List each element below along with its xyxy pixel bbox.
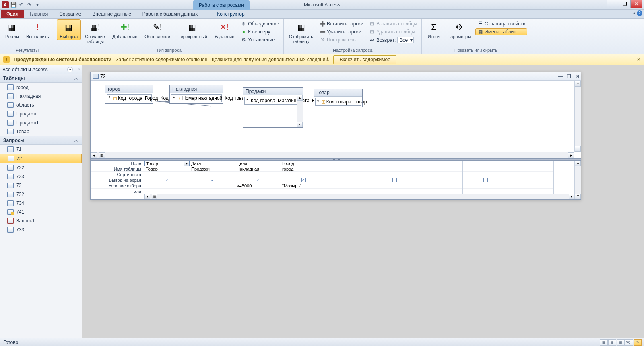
checkbox[interactable]: ✓ xyxy=(211,178,215,182)
tab-home[interactable]: Главная xyxy=(24,10,54,18)
table-box-invoice[interactable]: Накладная *Номер накладнойКод товараЦена xyxy=(169,85,223,104)
redo-icon[interactable]: ↷ xyxy=(26,1,33,8)
checkbox[interactable] xyxy=(483,178,488,182)
run-button[interactable]: !Выполнить xyxy=(23,19,52,40)
delete-rows-button[interactable]: ➖Удалить строки xyxy=(318,28,365,35)
checkbox[interactable] xyxy=(347,178,351,182)
enable-content-button[interactable]: Включить содержимое xyxy=(333,55,396,64)
field-item[interactable]: Код товара xyxy=(321,99,352,105)
nav-item-table[interactable]: Товар xyxy=(0,127,82,136)
view-datasheet-icon[interactable]: ▦ xyxy=(600,339,608,346)
table-box-sales[interactable]: Продажи *Код городаМагазинДатаНомер накл… xyxy=(243,87,303,128)
checkbox[interactable]: ✓ xyxy=(165,178,169,182)
ribbon-collapse-icon[interactable]: ▴ xyxy=(633,10,635,15)
nav-item-query[interactable]: 72 xyxy=(0,154,82,163)
nav-filter-dropdown-icon[interactable]: ▾ xyxy=(67,67,73,72)
nav-category-tables[interactable]: Таблицы︿ xyxy=(0,74,82,83)
nav-item-query[interactable]: 734 xyxy=(0,199,82,208)
table-header[interactable]: Товар xyxy=(314,89,362,97)
field-item[interactable]: Город xyxy=(144,95,159,101)
field-item[interactable]: * xyxy=(172,95,176,101)
tab-file[interactable]: Файл xyxy=(1,10,24,18)
table-scrollbar[interactable]: ▴▾ xyxy=(297,95,303,127)
checkbox[interactable] xyxy=(438,178,442,182)
nav-category-queries[interactable]: Запросы︿ xyxy=(0,136,82,145)
field-item[interactable]: * xyxy=(316,99,320,105)
win-restore-icon[interactable]: ❐ xyxy=(567,74,571,79)
nav-item-query[interactable]: 741 xyxy=(0,208,82,216)
make-table-button[interactable]: ▦!Создание таблицы xyxy=(82,19,108,45)
checkbox[interactable] xyxy=(529,178,533,182)
diagram-hscrollbar[interactable]: ◂▦▸ xyxy=(91,152,574,158)
field-item[interactable]: * xyxy=(246,97,249,104)
table-box-product[interactable]: Товар *Код товараТовар xyxy=(314,89,363,107)
maximize-button[interactable]: ❐ xyxy=(619,0,631,8)
view-chart-icon[interactable]: ▦ xyxy=(617,339,625,346)
save-icon[interactable]: 💾 xyxy=(10,1,17,8)
nav-collapse-icon[interactable]: « xyxy=(78,67,80,72)
undo-icon[interactable]: ↶ xyxy=(18,1,25,8)
view-button[interactable]: ▦Режим xyxy=(2,19,22,40)
nav-item-query[interactable]: 722 xyxy=(0,163,82,172)
checkbox[interactable]: ✓ xyxy=(256,178,260,182)
win-minimize-icon[interactable]: — xyxy=(558,74,563,79)
close-bar-icon[interactable]: ✕ xyxy=(637,57,641,62)
grid-vscrollbar[interactable]: ▴▾ xyxy=(574,161,581,199)
view-design-icon[interactable]: ✎ xyxy=(634,339,642,346)
security-text[interactable]: Запуск активного содержимого отключен. Щ… xyxy=(116,57,329,62)
close-button[interactable]: ✕ xyxy=(630,0,642,8)
update-button[interactable]: ✎!Обновление xyxy=(142,19,173,40)
table-header[interactable]: Продажи xyxy=(243,88,303,95)
field-item[interactable]: Код города xyxy=(250,97,276,104)
table-header[interactable]: город xyxy=(105,85,153,93)
dropdown-icon[interactable]: ▾ xyxy=(184,161,189,166)
checkbox[interactable] xyxy=(392,178,397,182)
access-app-icon[interactable]: A xyxy=(2,1,9,8)
tab-database-tools[interactable]: Работа с базами данных xyxy=(137,10,203,18)
query-title-bar[interactable]: 72 — ❐ ⊠ xyxy=(91,72,581,81)
help-icon[interactable]: ? xyxy=(637,10,642,16)
grid-hscrollbar[interactable]: ◂▦▸ xyxy=(144,194,574,199)
view-pivot-icon[interactable]: ▦ xyxy=(608,339,616,346)
return-control[interactable]: ↩Возврат: Все▾ xyxy=(367,36,419,44)
nav-item-table[interactable]: область xyxy=(0,101,82,109)
field-item[interactable]: Магазин xyxy=(277,97,297,104)
append-button[interactable]: ✚!Добавление xyxy=(109,19,140,40)
diagram-vscrollbar[interactable]: ▴▾ xyxy=(574,81,581,152)
field-item[interactable]: * xyxy=(108,95,111,101)
passthrough-button[interactable]: ●К серверу xyxy=(239,28,281,35)
qat-dropdown-icon[interactable]: ▾ xyxy=(34,1,41,8)
select-query-button[interactable]: ▦Выборка xyxy=(57,19,80,40)
tab-external-data[interactable]: Внешние данные xyxy=(87,10,137,18)
win-close-icon[interactable]: ⊠ xyxy=(575,74,579,79)
datadef-button[interactable]: ⚙Управление xyxy=(239,36,281,43)
show-table-button[interactable]: ▦Отобразить таблицу xyxy=(286,19,316,45)
nav-item-table[interactable]: город xyxy=(0,83,82,92)
field-item[interactable]: Товар xyxy=(353,99,368,105)
insert-rows-button[interactable]: ➕Вставить строки xyxy=(318,20,365,27)
view-sql-icon[interactable]: SQL xyxy=(625,339,633,346)
nav-item-query[interactable]: 71 xyxy=(0,145,82,154)
delete-query-button[interactable]: ✕!Удаление xyxy=(212,19,237,40)
table-names-button[interactable]: ▦Имена таблиц xyxy=(475,28,527,35)
nav-item-table[interactable]: Продажи xyxy=(0,109,82,118)
diagram-pane[interactable]: город *Код городаГородКод области Наклад… xyxy=(91,81,581,158)
nav-item-table[interactable]: Продажи1 xyxy=(0,118,82,127)
nav-item-query[interactable]: 733 xyxy=(0,225,82,234)
nav-item-query[interactable]: 73 xyxy=(0,181,82,190)
table-header[interactable]: Накладная xyxy=(170,85,223,93)
tab-designer[interactable]: Конструктор xyxy=(211,10,250,18)
nav-item-query[interactable]: 723 xyxy=(0,172,82,181)
totals-button[interactable]: ΣИтоги xyxy=(424,19,443,40)
table-box-city[interactable]: город *Код городаГородКод области xyxy=(105,85,153,104)
nav-item-table[interactable]: Накладная xyxy=(0,92,82,101)
nav-header[interactable]: Все объекты Access ▾ « xyxy=(0,65,82,74)
nav-item-query[interactable]: Запрос1 xyxy=(0,216,82,225)
field-item[interactable]: Код города xyxy=(112,95,143,101)
property-sheet-button[interactable]: ☰Страница свойств xyxy=(475,20,527,27)
minimize-button[interactable]: — xyxy=(607,0,619,8)
union-button[interactable]: ⊕Объединение xyxy=(239,20,281,27)
parameters-button[interactable]: ⚙Параметры xyxy=(444,19,474,40)
checkbox[interactable]: ✓ xyxy=(301,178,306,182)
field-item[interactable]: Номер накладной xyxy=(177,95,223,101)
